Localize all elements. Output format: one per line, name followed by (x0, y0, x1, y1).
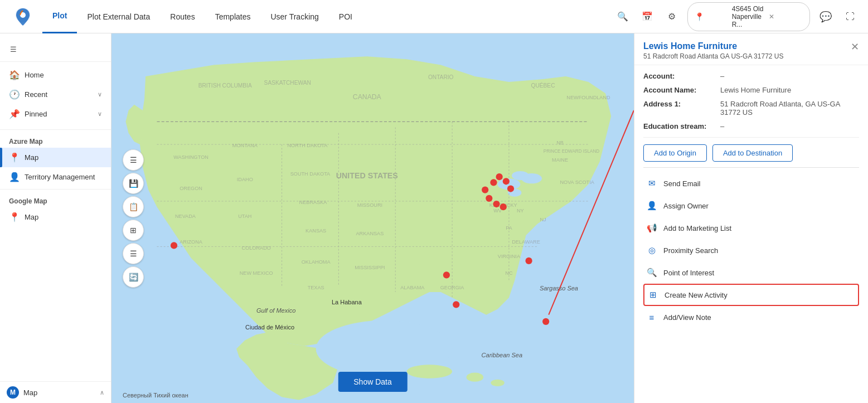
caribbean-sea-label: Caribbean Sea (482, 352, 522, 358)
pacific-ocean-label: Северный Тихий океан (123, 392, 188, 399)
sidebar-home-label: Home (25, 71, 102, 79)
address-label: Address 1: (643, 100, 716, 108)
nav-routes[interactable]: Routes (160, 0, 205, 33)
action-assign-owner[interactable]: 👤 Assign Owner (643, 195, 859, 217)
ciudad-de-mexico-label: Ciudad de México (245, 324, 294, 331)
sidebar-divider-2 (0, 189, 111, 190)
action-point-of-interest[interactable]: 🔍 Point of Interest (643, 261, 859, 284)
map-content-area: UNITED STATES CANADA BRITISH COLUMBIA SA… (111, 33, 634, 403)
sidebar-item-pinned[interactable]: 📌 Pinned ∨ (0, 104, 111, 124)
svg-point-66 (486, 195, 492, 202)
sidebar-item-home[interactable]: 🏠 Home (0, 65, 111, 85)
map-tool-list[interactable]: ☰ (123, 243, 144, 264)
add-view-note-icon: ≡ (646, 311, 658, 323)
action-add-view-note[interactable]: ≡ Add/View Note (643, 306, 859, 328)
action-add-marketing[interactable]: 📢 Add to Marketing List (643, 217, 859, 239)
la-habana-label: La Habana (332, 299, 362, 305)
sidebar-bottom-chevron-icon: ∧ (100, 389, 104, 396)
svg-point-71 (525, 258, 532, 264)
panel-field-education: Education stream: – (643, 122, 859, 130)
panel-subtitle: 51 Radcroft Road Atlanta GA US-GA 31772 … (643, 52, 859, 60)
action-proximity-search[interactable]: ◎ Proximity Search (643, 239, 859, 261)
action-create-new-activity[interactable]: ⊞ Create New Activity (643, 284, 859, 306)
account-name-value: Lewis Home Furniture (720, 86, 859, 94)
sidebar-top: ☰ (0, 33, 111, 62)
svg-point-64 (496, 173, 503, 180)
map-tool-refresh[interactable]: 🔄 (123, 266, 144, 288)
action-send-email[interactable]: ✉ Send Email (643, 172, 859, 195)
sidebar-item-azure-map[interactable]: 📍 Map (0, 148, 111, 167)
search-icon[interactable]: 🔍 (614, 8, 632, 26)
location-bar[interactable]: 📍 4S645 Old Naperville R... ✕ (687, 2, 810, 31)
panel-close-button[interactable]: ✕ (848, 40, 861, 54)
map-tool-notes[interactable]: 📋 (123, 196, 144, 217)
svg-text:IDAHO: IDAHO (237, 177, 253, 182)
sidebar-bottom-map[interactable]: M Map ∧ (0, 381, 111, 403)
show-data-button[interactable]: Show Data (338, 372, 407, 392)
svg-text:ONTARIO: ONTARIO (428, 74, 454, 80)
calendar-icon[interactable]: 📅 (638, 8, 656, 26)
chat-icon[interactable]: 💬 (817, 8, 835, 26)
nav-plot[interactable]: Plot (42, 0, 77, 33)
top-navigation: Plot Plot External Data Routes Templates… (0, 0, 868, 33)
svg-text:CANADA: CANADA (353, 93, 382, 101)
svg-point-8 (407, 365, 452, 378)
map-svg: UNITED STATES CANADA BRITISH COLUMBIA SA… (111, 33, 634, 403)
svg-point-72 (542, 318, 549, 325)
svg-text:MISSISSIPPI: MISSISSIPPI (355, 265, 385, 270)
svg-text:ALABAMA: ALABAMA (400, 285, 425, 290)
nav-right-section: 🔍 📅 ⚙ 📍 4S645 Old Naperville R... ✕ 💬 ⛶ (614, 2, 859, 31)
nav-poi[interactable]: POI (329, 0, 362, 33)
map-tool-grid[interactable]: ⊞ (123, 220, 144, 241)
svg-point-65 (503, 178, 510, 184)
nav-plot-external[interactable]: Plot External Data (77, 0, 160, 33)
sidebar-item-recent[interactable]: 🕐 Recent ∨ (0, 85, 111, 104)
svg-text:NEVADA: NEVADA (175, 214, 196, 220)
svg-text:NEW MEXICO: NEW MEXICO (240, 270, 273, 276)
panel-action-list: ✉ Send Email 👤 Assign Owner 📢 Add to Mar… (643, 172, 859, 328)
svg-text:UTAH: UTAH (238, 214, 251, 220)
map-tool-layers[interactable]: ☰ (123, 149, 144, 171)
map-container[interactable]: UNITED STATES CANADA BRITISH COLUMBIA SA… (111, 33, 634, 403)
svg-text:VIRGINIA: VIRGINIA (498, 254, 521, 259)
svg-point-9 (467, 373, 484, 382)
sidebar-item-territory-management[interactable]: 👤 Territory Management (0, 167, 111, 187)
sidebar-main-section: 🏠 Home 🕐 Recent ∨ 📌 Pinned ∨ (0, 62, 111, 127)
add-to-destination-button[interactable]: Add to Destination (712, 144, 793, 162)
google-map-icon: 📍 (9, 212, 19, 222)
svg-point-67 (493, 201, 500, 207)
recent-icon: 🕐 (9, 89, 19, 100)
svg-text:SASKATCHEWAN: SASKATCHEWAN (264, 80, 311, 86)
account-name-label: Account Name: (643, 86, 716, 94)
svg-text:NC: NC (505, 270, 513, 276)
svg-text:SOUTH DAKOTA: SOUTH DAKOTA (290, 171, 331, 177)
svg-text:NJ: NJ (540, 217, 546, 222)
settings-icon[interactable]: ⚙ (663, 8, 681, 26)
nav-templates[interactable]: Templates (205, 0, 261, 33)
address-value: 51 Radcroft Road Atlanta, GA US-GA 31772… (720, 100, 859, 116)
add-view-note-label: Add/View Note (663, 313, 711, 322)
panel-divider-1 (643, 137, 859, 138)
sidebar-recent-label: Recent (25, 90, 92, 99)
svg-point-61 (443, 271, 450, 278)
svg-text:GEORGIA: GEORGIA (440, 285, 465, 290)
add-marketing-label: Add to Marketing List (663, 224, 731, 232)
azure-map-label: Map (25, 153, 102, 162)
add-to-origin-button[interactable]: Add to Origin (643, 144, 707, 162)
proximity-search-icon: ◎ (646, 244, 658, 256)
sidebar-item-google-map[interactable]: 📍 Map (0, 207, 111, 227)
expand-icon[interactable]: ⛶ (841, 8, 859, 26)
map-badge: M (7, 386, 19, 399)
azure-map-header: Azure Map (0, 132, 111, 148)
territory-icon: 👤 (9, 172, 19, 182)
create-activity-label: Create New Activity (665, 291, 728, 299)
sidebar-menu-button[interactable]: ☰ (4, 40, 22, 58)
home-icon: 🏠 (9, 70, 19, 80)
nav-user-tracking[interactable]: User Tracking (260, 0, 328, 33)
svg-point-68 (500, 203, 507, 210)
location-clear-icon[interactable]: ✕ (769, 13, 803, 21)
svg-text:NY: NY (517, 208, 524, 213)
map-tool-save[interactable]: 💾 (123, 173, 144, 194)
svg-text:OREGON: OREGON (180, 186, 202, 191)
sargasso-sea-label: Sargasso Sea (540, 285, 578, 292)
